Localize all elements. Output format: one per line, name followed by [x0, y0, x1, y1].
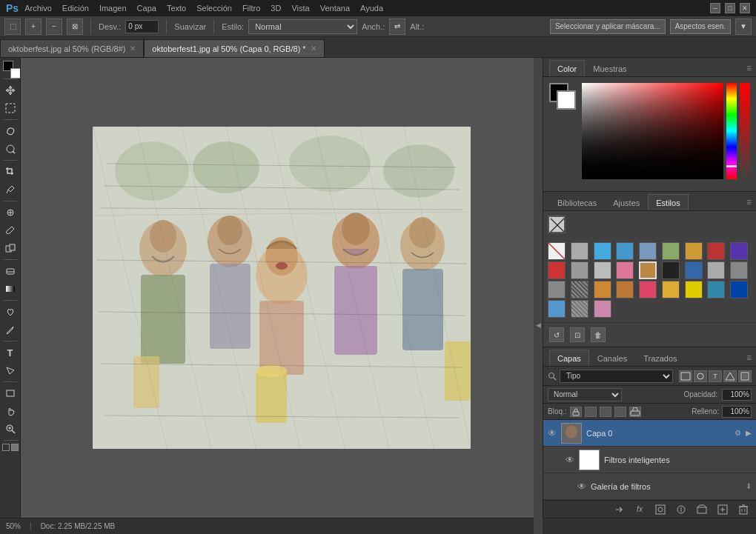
- style-swatch-9[interactable]: [548, 261, 566, 279]
- style-swatch-2[interactable]: [594, 242, 611, 260]
- layer-row-capa0[interactable]: 👁 Capa 0 ⚙ ▶: [543, 420, 756, 447]
- tab-ajustes[interactable]: Ajustes: [605, 194, 648, 210]
- style-swatch-3[interactable]: [616, 242, 634, 260]
- layer-expand-icon[interactable]: ▶: [746, 429, 752, 437]
- estilo-select[interactable]: Normal Relación de aspecto fija Tamaño f…: [248, 19, 357, 34]
- minimize-button[interactable]: ─: [710, 3, 720, 13]
- style-swatch-21[interactable]: [616, 281, 634, 298]
- option-sub[interactable]: −: [46, 19, 62, 35]
- gradient-tool-btn[interactable]: [2, 281, 19, 297]
- style-swatch-28[interactable]: [571, 300, 588, 318]
- filter-shape[interactable]: [723, 370, 737, 382]
- desvio-input[interactable]: [125, 20, 159, 33]
- menu-texto[interactable]: Texto: [167, 4, 186, 13]
- panel-toggle[interactable]: ◀: [534, 58, 543, 534]
- layer-group-btn[interactable]: [695, 504, 709, 515]
- aspects-button[interactable]: Aspectos esen.: [670, 19, 731, 34]
- menu-capa[interactable]: Capa: [137, 4, 156, 13]
- style-swatch-27[interactable]: [548, 300, 566, 318]
- lasso-tool-btn[interactable]: [2, 123, 19, 139]
- lock-transparent[interactable]: [570, 407, 582, 417]
- alpha-slider[interactable]: [740, 83, 750, 179]
- zoom-tool-btn[interactable]: [2, 421, 19, 437]
- styles-panel-menu[interactable]: ≡: [746, 197, 752, 207]
- style-swatch-14[interactable]: [662, 261, 680, 279]
- layer-adjustment-btn[interactable]: [674, 504, 688, 515]
- style-icon-new-layer[interactable]: [548, 216, 566, 233]
- style-swatch-16[interactable]: [707, 261, 725, 279]
- menu-3d[interactable]: 3D: [271, 4, 281, 13]
- eraser-tool-btn[interactable]: [2, 263, 19, 279]
- brush-tool-btn[interactable]: [2, 222, 19, 238]
- foreground-background-colors[interactable]: [3, 61, 18, 76]
- tab-oktoberfest[interactable]: oktoberfest.jpg al 50% (RGB/8#) ✕: [0, 39, 144, 57]
- tab-canales[interactable]: Canales: [589, 350, 635, 366]
- aspects-dropdown[interactable]: ▼: [735, 19, 752, 35]
- style-swatch-11[interactable]: [594, 261, 611, 279]
- background-color-swatch[interactable]: [557, 90, 576, 110]
- menu-edicion[interactable]: Edición: [62, 4, 89, 13]
- style-swatch-19[interactable]: [571, 281, 588, 298]
- filter-adjustment[interactable]: [694, 370, 707, 382]
- lock-position[interactable]: [600, 407, 611, 417]
- pen-tool-btn[interactable]: [2, 321, 19, 338]
- tab-close-0[interactable]: ✕: [130, 44, 136, 53]
- layers-panel-menu[interactable]: ≡: [746, 353, 752, 363]
- hue-slider[interactable]: [726, 83, 737, 179]
- style-swatch-22[interactable]: [639, 281, 657, 298]
- tab-capas[interactable]: Capas: [549, 350, 589, 366]
- layer-visibility-smart[interactable]: 👁: [566, 455, 574, 465]
- layer-mask-btn[interactable]: [654, 504, 667, 515]
- style-swatch-1[interactable]: [571, 242, 588, 260]
- style-swatch-6[interactable]: [685, 242, 703, 260]
- tab-muestras[interactable]: Muestras: [585, 60, 634, 76]
- style-swatch-20[interactable]: [594, 281, 611, 298]
- layer-visibility-gallery[interactable]: 👁: [577, 481, 586, 492]
- lock-all[interactable]: [629, 407, 641, 417]
- option-add[interactable]: +: [25, 19, 42, 35]
- background-color[interactable]: [10, 68, 21, 79]
- menu-ayuda[interactable]: Ayuda: [360, 4, 383, 13]
- color-panel-menu[interactable]: ≡: [746, 63, 752, 73]
- style-swatch-active[interactable]: [639, 261, 657, 279]
- styles-link-btn[interactable]: ⊡: [570, 327, 585, 342]
- select-mask-button[interactable]: Seleccionar y aplicar máscara...: [550, 19, 666, 34]
- close-button[interactable]: ✕: [740, 3, 750, 13]
- lock-image[interactable]: [585, 407, 597, 417]
- menu-seleccion[interactable]: Selección: [196, 4, 232, 13]
- style-swatch-26[interactable]: [730, 281, 748, 298]
- relleno-input[interactable]: [722, 406, 752, 418]
- style-swatch-10[interactable]: [571, 261, 588, 279]
- style-swatch-17[interactable]: [730, 261, 748, 279]
- tab-close-1[interactable]: ✕: [311, 44, 316, 53]
- move-tool-btn[interactable]: [2, 82, 19, 99]
- style-swatch-18[interactable]: [548, 281, 566, 298]
- burn-tool-btn[interactable]: [2, 304, 19, 320]
- type-tool-btn[interactable]: T: [2, 344, 19, 361]
- healing-tool-btn[interactable]: [2, 204, 19, 221]
- maximize-button[interactable]: □: [725, 3, 735, 13]
- menu-imagen[interactable]: Imagen: [99, 4, 127, 13]
- style-none[interactable]: [548, 242, 566, 260]
- menu-filtro[interactable]: Filtro: [242, 4, 260, 13]
- style-swatch-23[interactable]: [662, 281, 680, 298]
- styles-add-btn[interactable]: ↺: [549, 327, 564, 342]
- tab-oktoberfest1[interactable]: oktoberfest1.jpg al 50% (Capa 0, RGB/8) …: [144, 39, 324, 57]
- eyedropper-tool-btn[interactable]: [2, 181, 19, 198]
- swap-icon[interactable]: ⇄: [389, 19, 405, 35]
- menu-archivo[interactable]: Archivo: [24, 4, 52, 13]
- blend-mode-select[interactable]: Normal: [548, 388, 622, 401]
- style-swatch-15[interactable]: [685, 261, 703, 279]
- style-swatch-24[interactable]: [685, 281, 703, 298]
- opacity-input[interactable]: [722, 389, 752, 401]
- shape-tool-btn[interactable]: [2, 385, 19, 401]
- style-swatch-4[interactable]: [639, 242, 657, 260]
- clone-tool-btn[interactable]: [2, 240, 19, 256]
- tab-color[interactable]: Color: [549, 60, 585, 76]
- color-gradient-picker[interactable]: [582, 83, 723, 179]
- layer-fx-icon[interactable]: ⚙: [735, 429, 741, 437]
- quick-select-tool-btn[interactable]: [2, 141, 19, 157]
- layer-row-smart-filters[interactable]: 👁 Filtros inteligentes: [543, 447, 756, 473]
- layer-link-btn[interactable]: [612, 504, 626, 515]
- layer-visibility-capa0[interactable]: 👁: [548, 428, 557, 438]
